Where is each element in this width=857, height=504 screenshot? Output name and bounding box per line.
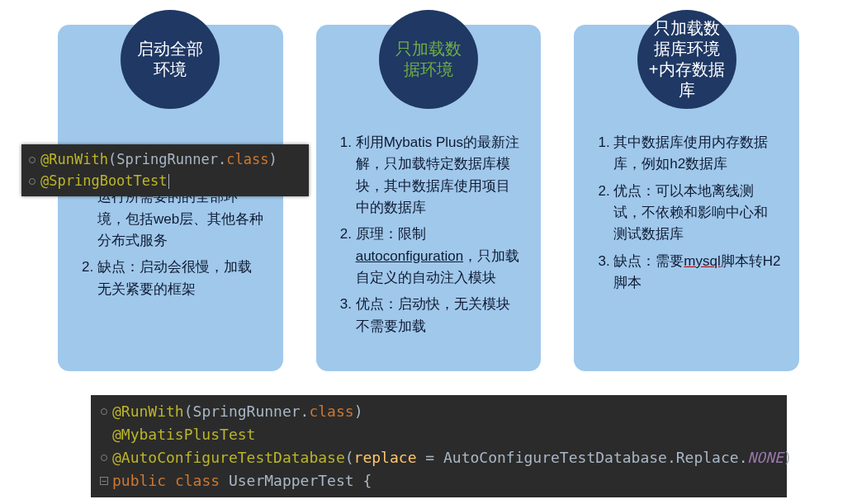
card-memdb-env: 只加载数据库环境+内存数据库 其中数据库使用内存数据库，例如h2数据库 优点：可… [574, 25, 799, 371]
code-line: @AutoConfigureTestDatabase(replace = Aut… [96, 446, 779, 469]
list-item: 缺点：启动会很慢，加载无关紧要的框架 [97, 257, 265, 300]
list-item: 优点：启动快，无关模块不需要加载 [356, 294, 523, 337]
card-1-title: 启动全部环境 [130, 39, 210, 80]
code-line: public class UserMapperTest { [96, 469, 779, 492]
code-line: @RunWith(SpringRunner.class) [29, 148, 301, 170]
card-2-badge: 只加载数据环境 [379, 10, 478, 109]
card-2-list: 利用Mybatis Plus的最新注解，只加载特定数据库模块，其中数据库使用项目… [334, 132, 523, 337]
card-1-badge: 启动全部环境 [121, 10, 220, 109]
code-line: @RunWith(SpringRunner.class) [96, 400, 779, 423]
tok-annotation: @RunWith [40, 151, 108, 167]
list-item: 其中数据库使用内存数据库，例如h2数据库 [613, 132, 781, 176]
card-3-title: 只加载数据库环境+内存数据库 [647, 18, 727, 101]
code-line: @MybatisPlusTest [96, 423, 779, 446]
card-data-env: 只加载数据环境 利用Mybatis Plus的最新注解，只加载特定数据库模块，其… [316, 25, 542, 371]
tok-annotation: @SpringBootTest [40, 172, 168, 189]
card-full-env: 启动全部环境 利用注解启动spring boot运行所需要的的全部环境，包括we… [58, 25, 283, 371]
gutter-marker-icon [29, 178, 36, 185]
gutter-marker-icon [101, 455, 107, 461]
list-item: 缺点：需要mysql脚本转H2脚本 [613, 251, 781, 294]
gutter-marker-icon [101, 408, 107, 415]
underlined-word: autoconfiguration [356, 248, 463, 264]
list-item: 利用Mybatis Plus的最新注解，只加载特定数据库模块，其中数据库使用项目… [356, 132, 523, 219]
fold-minus-icon [100, 477, 108, 485]
card-2-title: 只加载数据环境 [389, 39, 468, 80]
red-underlined-word: mysql [684, 253, 720, 269]
code-snippet-bottom: @RunWith(SpringRunner.class) @MybatisPlu… [91, 395, 787, 497]
code-line: @SpringBootTest [29, 170, 301, 191]
text-caret-icon [168, 174, 169, 189]
list-item: 优点：可以本地离线测试，不依赖和影响中心和测试数据库 [613, 181, 781, 246]
gutter-marker-icon [29, 157, 36, 163]
list-item: 原理：限制autoconfiguration，只加载自定义的自动注入模块 [356, 224, 523, 289]
card-3-list: 其中数据库使用内存数据库，例如h2数据库 优点：可以本地离线测试，不依赖和影响中… [592, 132, 781, 294]
card-3-badge: 只加载数据库环境+内存数据库 [637, 10, 736, 109]
code-snippet-top: @RunWith(SpringRunner.class) @SpringBoot… [21, 144, 309, 196]
